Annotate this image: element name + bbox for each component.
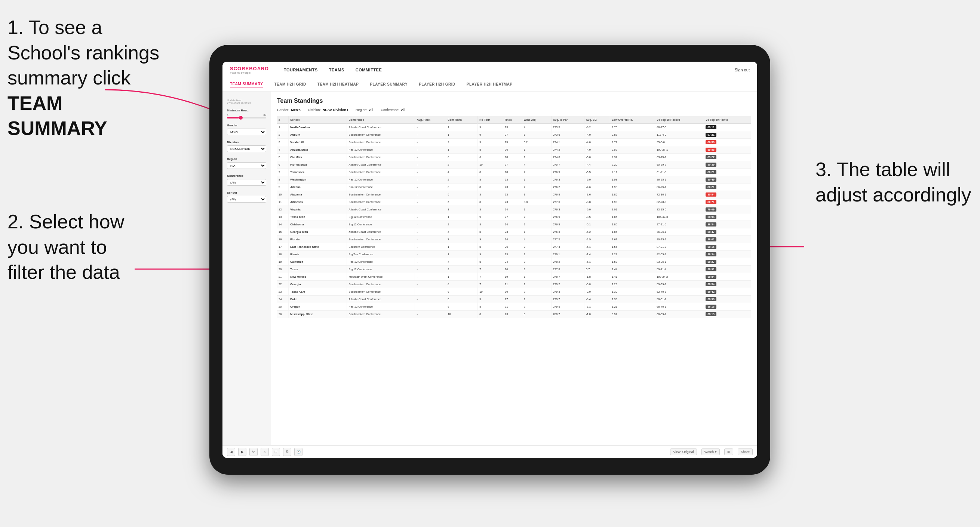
cell-school: Texas <box>289 266 347 273</box>
col-school: School <box>289 116 347 124</box>
cell-conference: Southeastern Conference <box>347 154 415 161</box>
share-icon-btn[interactable]: ⊞ <box>724 449 733 455</box>
cell-rank: 17 <box>277 243 289 251</box>
cell-no-tour: 9 <box>478 236 503 243</box>
col-conference: Conference <box>347 116 415 124</box>
cell-score: 38.13 <box>704 311 751 318</box>
cell-no-tour: 9 <box>478 124 503 131</box>
cell-sg: 2.37 <box>610 154 655 161</box>
gender-select[interactable]: Men's Women's <box>227 129 266 135</box>
sub-nav-team-h2h-grid[interactable]: TEAM H2H GRID <box>274 82 306 87</box>
cell-score: 38.34 <box>704 251 751 258</box>
table-row: 7 Tennessee Southeastern Conference - 4 … <box>277 168 751 176</box>
toolbar-copy[interactable]: ⧉ <box>283 448 291 456</box>
cell-rank: 8 <box>277 176 289 184</box>
cell-conf-rank: 2 <box>446 176 478 184</box>
nav-tournaments[interactable]: TOURNAMENTS <box>284 68 318 72</box>
nav-teams[interactable]: TEAMS <box>329 68 344 72</box>
cell-avg-rank: - <box>415 131 446 139</box>
filter-minimum-rounds: Minimum Rou... 4 30 <box>227 109 266 119</box>
cell-score: 80.71 <box>704 198 751 206</box>
cell-rank: 12 <box>277 206 289 213</box>
cell-low-score: -4.0 <box>584 131 610 139</box>
cell-rnds: 30 <box>503 288 522 296</box>
cell-no-tour: 8 <box>478 258 503 266</box>
cell-rnds: 18 <box>503 154 522 161</box>
cell-wins: 1 <box>522 146 551 154</box>
cell-conf-rank: 1 <box>446 131 478 139</box>
slider-bar[interactable] <box>227 117 266 119</box>
cell-avg-rank: - <box>415 154 446 161</box>
cell-school: North Carolina <box>289 124 347 131</box>
cell-school: Oregon <box>289 303 347 311</box>
watch-btn[interactable]: Watch ▾ <box>702 449 720 455</box>
region-select[interactable]: N/A All <box>227 162 266 169</box>
cell-rank: 5 <box>277 154 289 161</box>
toolbar-forward[interactable]: ▶ <box>238 448 247 456</box>
toolbar-back[interactable]: ◀ <box>227 448 235 456</box>
cell-score: 38.02 <box>704 236 751 243</box>
table-filter-conference: Conference: All <box>381 108 405 112</box>
conference-select[interactable]: (All) <box>227 179 266 186</box>
sub-nav-team-h2h-heatmap[interactable]: TEAM H2H HEATMAP <box>317 82 359 87</box>
cell-sg: 1.98 <box>610 184 655 191</box>
toolbar-home[interactable]: ⌂ <box>261 448 269 456</box>
cell-sg: 2.20 <box>610 161 655 168</box>
cell-school: Arizona <box>289 184 347 191</box>
cell-no-tour: 8 <box>478 303 503 311</box>
cell-wins: 1 <box>522 273 551 281</box>
nav-committee[interactable]: COMMITTEE <box>356 68 382 72</box>
cell-rank: 25 <box>277 303 289 311</box>
cell-rank: 20 <box>277 266 289 273</box>
standings-table: # School Conference Avg. Rank Conf Rank … <box>277 116 751 318</box>
sub-nav-player-h2h-grid[interactable]: PLAYER H2H GRID <box>419 82 455 87</box>
cell-avg-rank: - <box>415 296 446 303</box>
col-wins: Wins Adj. <box>522 116 551 124</box>
cell-record: 60-39-2 <box>655 311 704 318</box>
cell-low-score: -5.1 <box>584 221 610 229</box>
cell-rnds: 23 <box>503 184 522 191</box>
sub-nav-team-summary[interactable]: TEAM SUMMARY <box>230 82 263 87</box>
cell-conference: Big 12 Conference <box>347 266 415 273</box>
instruction-step3: 3. The table will adjust accordingly <box>816 157 972 208</box>
cell-rank: 7 <box>277 168 289 176</box>
cell-conference: Big 12 Conference <box>347 221 415 229</box>
share-btn[interactable]: Share <box>738 449 752 455</box>
col-rnds: Rnds <box>503 116 522 124</box>
cell-avg-par: 276.9 <box>551 191 584 198</box>
cell-sg: 1.90 <box>610 198 655 206</box>
toolbar-reload[interactable]: ↻ <box>250 448 258 456</box>
cell-low-score: -5.0 <box>584 154 610 161</box>
cell-score: 89.11 <box>704 124 751 131</box>
cell-record: 100-27-1 <box>655 146 704 154</box>
cell-rnds: 21 <box>503 303 522 311</box>
cell-conference: Southeastern Conference <box>347 139 415 146</box>
cell-conf-rank: 2 <box>446 221 478 229</box>
cell-conf-rank: 7 <box>446 236 478 243</box>
view-original-btn[interactable]: View: Original <box>670 449 697 455</box>
division-select[interactable]: NCAA Division I NCAA Division II <box>227 145 266 152</box>
cell-no-tour: 9 <box>478 251 503 258</box>
toolbar-share2[interactable]: ⊡ <box>272 448 280 456</box>
sub-nav-player-summary[interactable]: PLAYER SUMMARY <box>370 82 407 87</box>
cell-low-score: -5.1 <box>584 243 610 251</box>
sub-nav-player-h2h-heatmap[interactable]: PLAYER H2H HEATMAP <box>467 82 512 87</box>
cell-conference: Southeastern Conference <box>347 198 415 206</box>
toolbar-clock[interactable]: 🕐 <box>294 448 302 456</box>
table-row: 26 Mississippi State Southeastern Confer… <box>277 311 751 318</box>
cell-low-score: -4.6 <box>584 184 610 191</box>
col-score: Vs Top 50 Points <box>704 116 751 124</box>
sign-out[interactable]: Sign out <box>735 68 750 72</box>
cell-conf-rank: 8 <box>446 281 478 288</box>
cell-conference: Mountain West Conference <box>347 273 415 281</box>
cell-avg-rank: - <box>415 311 446 318</box>
cell-rank: 18 <box>277 251 289 258</box>
cell-rnds: 23 <box>503 176 522 184</box>
cell-sg: 2.52 <box>610 146 655 154</box>
cell-avg-rank: - <box>415 146 446 154</box>
school-select[interactable]: (All) <box>227 196 266 203</box>
cell-school: Florida State <box>289 161 347 168</box>
cell-wins: 6.2 <box>522 139 551 146</box>
cell-low-score: -0.4 <box>584 296 610 303</box>
cell-conference: Atlantic Coast Conference <box>347 124 415 131</box>
